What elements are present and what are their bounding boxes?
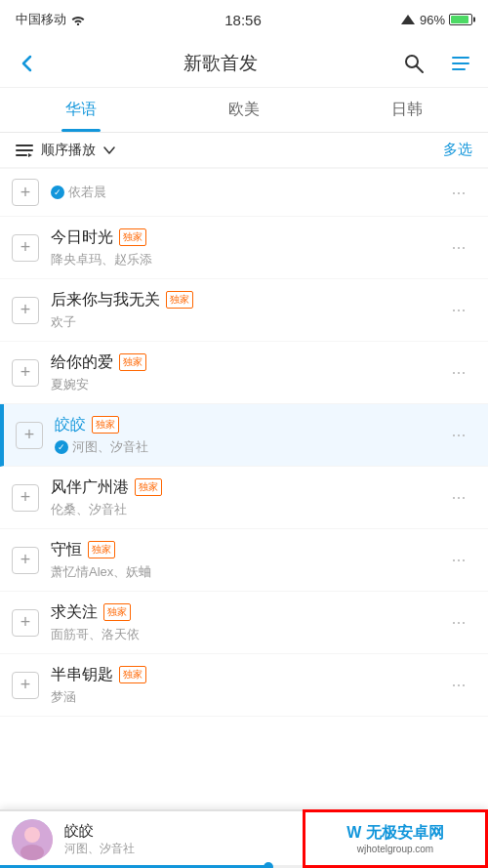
search-icon [403, 53, 425, 74]
song-title-row-7: 求关注 独家 [51, 602, 441, 623]
time-display: 18:56 [224, 12, 262, 28]
page-title: 新歌首发 [183, 51, 258, 76]
carrier-text: 中国移动 [16, 11, 66, 28]
list-toolbar: 顺序播放 多选 [0, 133, 488, 168]
svg-line-3 [417, 65, 424, 72]
song-add-button-4[interactable]: + [16, 422, 43, 449]
song-artist: ✓ 依若晨 [51, 184, 441, 201]
song-title-4: 皎皎 [55, 415, 86, 435]
song-more-button[interactable]: ··· [441, 175, 476, 210]
song-item-1[interactable]: + 今日时光 独家 降央卓玛、赵乐添 ··· [0, 217, 488, 279]
song-add-button[interactable]: + [12, 234, 39, 262]
exclusive-badge-5: 独家 [135, 478, 162, 496]
song-add-button-2[interactable]: + [12, 297, 39, 324]
exclusive-badge-4: 独家 [92, 416, 119, 434]
play-mode-button[interactable]: 顺序播放 [16, 142, 115, 159]
exclusive-badge-7: 独家 [103, 603, 131, 621]
song-title-7: 求关注 [51, 602, 98, 623]
song-more-button-4[interactable]: ··· [441, 418, 476, 453]
song-title-row-4: 皎皎 独家 [55, 415, 441, 435]
song-info: ✓ 依若晨 [51, 184, 441, 201]
back-button[interactable] [12, 48, 43, 79]
now-playing-bar[interactable]: 皎皎 河图、汐音社 W 无极安卓网 wjhotelgroup.com [0, 809, 488, 868]
song-more-button-8[interactable]: ··· [441, 668, 476, 703]
song-artist-8: 梦涵 [51, 688, 441, 706]
song-artist-4: ✓ 河图、汐音社 [55, 438, 441, 456]
chevron-down-icon [103, 146, 115, 154]
song-artist-3: 夏婉安 [51, 376, 441, 393]
song-artist-2: 欢子 [51, 313, 441, 331]
svg-point-0 [77, 23, 79, 25]
song-item-2[interactable]: + 后来你与我无关 独家 欢子 ··· [0, 279, 488, 342]
song-info-7: 求关注 独家 面筋哥、洛天依 [51, 602, 441, 643]
status-right: 96% [400, 13, 472, 27]
song-title-2: 后来你与我无关 [51, 290, 160, 310]
search-button[interactable] [398, 48, 429, 79]
song-more-button-2[interactable]: ··· [441, 293, 476, 328]
watermark-logo: W 无极安卓网 [346, 823, 444, 844]
multi-select-button[interactable]: 多选 [443, 141, 472, 159]
song-add-button-6[interactable]: + [12, 547, 39, 574]
song-list: + ✓ 依若晨 ··· + 今日时光 独家 降央卓玛、赵乐添 ··· + [0, 168, 488, 717]
song-info-2: 后来你与我无关 独家 欢子 [51, 290, 441, 331]
song-artist-7: 面筋哥、洛天依 [51, 626, 441, 643]
song-add-button-7[interactable]: + [12, 609, 39, 637]
song-more-button-5[interactable]: ··· [441, 480, 476, 516]
status-left: 中国移动 [16, 11, 86, 28]
song-info-8: 半串钥匙 独家 梦涵 [51, 665, 441, 706]
exclusive-badge-8: 独家 [119, 666, 146, 683]
song-item-5[interactable]: + 风伴广州港 独家 伦桑、汐音社 ··· [0, 467, 488, 529]
tab-western[interactable]: 欧美 [163, 88, 326, 132]
song-add-button-5[interactable]: + [12, 484, 39, 512]
song-title-6: 守恒 [51, 540, 82, 560]
svg-point-11 [24, 827, 40, 843]
category-tabs: 华语 欧美 日韩 [0, 88, 488, 133]
play-mode-icon [16, 144, 33, 157]
song-item-playing-partial[interactable]: + ✓ 依若晨 ··· [0, 168, 488, 217]
song-title-row-6: 守恒 独家 [51, 540, 441, 560]
song-item-7[interactable]: + 求关注 独家 面筋哥、洛天依 ··· [0, 592, 488, 654]
watermark-url: wjhotelgroup.com [357, 844, 433, 854]
exclusive-badge-3: 独家 [119, 353, 146, 371]
menu-icon [450, 53, 471, 74]
menu-button[interactable] [445, 48, 476, 79]
watermark-overlay: W 无极安卓网 wjhotelgroup.com [303, 809, 488, 868]
avatar-image [12, 819, 53, 860]
tab-chinese[interactable]: 华语 [0, 88, 163, 132]
song-more-button-3[interactable]: ··· [441, 355, 476, 391]
location-icon [400, 14, 416, 25]
song-artist-1: 降央卓玛、赵乐添 [51, 251, 441, 269]
song-add-button-3[interactable]: + [12, 359, 39, 387]
song-item-8[interactable]: + 半串钥匙 独家 梦涵 ··· [0, 654, 488, 717]
song-title-8: 半串钥匙 [51, 665, 113, 685]
song-more-button-7[interactable]: ··· [441, 605, 476, 641]
exclusive-badge-6: 独家 [88, 541, 115, 558]
wifi-icon [70, 14, 86, 25]
battery-percent: 96% [420, 13, 445, 27]
song-item-4[interactable]: + 皎皎 独家 ✓ 河图、汐音社 ··· [0, 404, 488, 467]
status-bar: 中国移动 18:56 96% [0, 0, 488, 39]
song-item-3[interactable]: + 给你的爱 独家 夏婉安 ··· [0, 342, 488, 404]
song-add-button[interactable]: + [12, 179, 39, 206]
song-title-row-8: 半串钥匙 独家 [51, 665, 441, 685]
song-title-row-2: 后来你与我无关 独家 [51, 290, 441, 310]
now-playing-avatar [12, 819, 53, 860]
song-title-row-3: 给你的爱 独家 [51, 352, 441, 373]
back-icon [18, 54, 37, 73]
song-more-button-1[interactable]: ··· [441, 230, 476, 266]
tab-japanese[interactable]: 日韩 [325, 88, 488, 132]
song-info-5: 风伴广州港 独家 伦桑、汐音社 [51, 477, 441, 518]
song-info-1: 今日时光 独家 降央卓玛、赵乐添 [51, 227, 441, 269]
song-title-row-1: 今日时光 独家 [51, 227, 441, 248]
add-icon: + [20, 183, 31, 203]
song-info-4: 皎皎 独家 ✓ 河图、汐音社 [55, 415, 441, 456]
song-item-6[interactable]: + 守恒 独家 萧忆情Alex、妖蛐 ··· [0, 529, 488, 592]
svg-marker-1 [401, 15, 415, 24]
exclusive-badge-2: 独家 [166, 291, 193, 309]
song-more-button-6[interactable]: ··· [441, 543, 476, 578]
progress-dot [264, 862, 273, 869]
verified-icon: ✓ [51, 186, 64, 199]
song-add-button-8[interactable]: + [12, 672, 39, 699]
song-artist-6: 萧忆情Alex、妖蛐 [51, 563, 441, 581]
verified-icon-4: ✓ [55, 440, 68, 454]
